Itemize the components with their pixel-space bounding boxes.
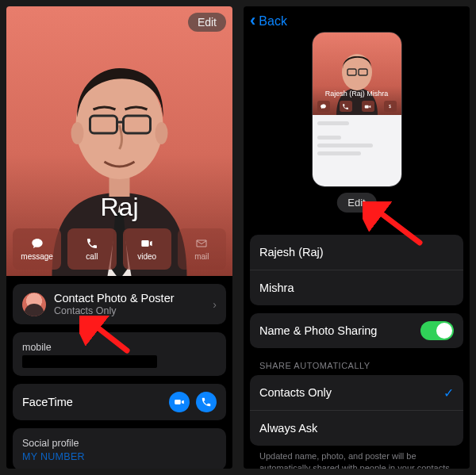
- redacted-number: [22, 355, 157, 368]
- option-always-ask[interactable]: Always Ask: [250, 410, 463, 446]
- action-buttons: message call video mail: [13, 228, 226, 270]
- mail-icon: [194, 237, 209, 250]
- contact-card-screen: Edit Raj message call video mail: [6, 6, 232, 469]
- last-name-field[interactable]: Mishra: [250, 270, 463, 305]
- name-photo-sharing-cell: Name & Photo Sharing: [250, 313, 463, 348]
- first-name-field[interactable]: Rajesh (Raj): [250, 235, 463, 270]
- back-button[interactable]: ‹ Back: [250, 13, 287, 30]
- chevron-right-icon: ›: [213, 298, 217, 311]
- edit-poster-button[interactable]: Edit: [336, 193, 376, 213]
- phone-icon: [84, 237, 100, 250]
- option-ask-label: Always Ask: [259, 422, 317, 435]
- photo-poster-subtitle: Contacts Only: [54, 305, 175, 316]
- message-label: message: [21, 252, 53, 261]
- phone-cell-group: mobile: [13, 332, 226, 376]
- preview-card-body: [313, 115, 401, 186]
- preview-poster: Rajesh (Raj) Mishra $: [313, 33, 401, 115]
- share-auto-header: Share Automatically: [259, 361, 454, 370]
- option-contacts-only[interactable]: Contacts Only ✓: [250, 375, 463, 410]
- last-name-value: Mishra: [259, 282, 294, 294]
- contact-photo-poster-cell[interactable]: Contact Photo & Poster Contacts Only ›: [13, 284, 226, 324]
- preview-phone-icon: [340, 101, 352, 112]
- message-button[interactable]: message: [13, 228, 61, 270]
- share-footer: Updated name, photo, and poster will be …: [259, 450, 454, 469]
- avatar-thumb: [22, 293, 46, 316]
- sharing-label: Name & Photo Sharing: [259, 324, 377, 337]
- facetime-cell-group: FaceTime: [13, 384, 226, 420]
- contact-poster: Edit Raj message call video mail: [6, 6, 232, 276]
- preview-action-icons: $: [317, 101, 397, 112]
- call-button[interactable]: call: [67, 228, 116, 270]
- contact-name: Raj: [6, 193, 232, 222]
- sharing-toggle-group: Name & Photo Sharing: [250, 313, 463, 348]
- svg-point-3: [155, 122, 168, 144]
- back-label: Back: [259, 14, 287, 29]
- photo-poster-title: Contact Photo & Poster: [54, 292, 175, 305]
- preview-name: Rajesh (Raj) Mishra: [313, 90, 401, 98]
- call-label: call: [86, 252, 98, 261]
- first-name-value: Rajesh (Raj): [259, 246, 324, 259]
- preview-message-icon: [317, 101, 330, 112]
- facetime-audio-button[interactable]: [196, 392, 217, 412]
- preview-pay-icon: $: [384, 101, 397, 112]
- sharing-toggle[interactable]: [420, 321, 454, 340]
- chevron-left-icon: ‹: [250, 12, 255, 29]
- social-profile-cell[interactable]: Social profile MY NUMBER: [13, 428, 226, 469]
- social-cell-group: Social profile MY NUMBER: [13, 428, 226, 469]
- poster-preview[interactable]: Rajesh (Raj) Mishra $: [312, 32, 402, 187]
- option-contacts-label: Contacts Only: [259, 386, 332, 399]
- share-auto-group: Contacts Only ✓ Always Ask: [250, 375, 463, 446]
- facetime-video-button[interactable]: [169, 392, 190, 412]
- photo-poster-cell-group: Contact Photo & Poster Contacts Only ›: [13, 284, 226, 324]
- preview-video-icon: [362, 101, 374, 112]
- edit-button[interactable]: Edit: [188, 13, 226, 32]
- video-label: video: [137, 252, 156, 261]
- photo-sharing-screen: ‹ Back Rajesh (Raj) Mishra: [244, 6, 470, 469]
- facetime-cell[interactable]: FaceTime: [13, 384, 226, 420]
- social-label: Social profile: [22, 438, 79, 449]
- mobile-cell[interactable]: mobile: [13, 332, 226, 376]
- checkmark-icon: ✓: [443, 385, 454, 400]
- facetime-label: FaceTime: [22, 396, 73, 408]
- mobile-label: mobile: [22, 342, 52, 353]
- svg-text:$: $: [389, 104, 391, 109]
- video-button[interactable]: video: [123, 228, 171, 270]
- name-fields-group: Rajesh (Raj) Mishra: [250, 235, 463, 305]
- message-icon: [29, 237, 45, 250]
- video-icon: [139, 237, 155, 250]
- mail-button: mail: [178, 228, 226, 270]
- my-number-link[interactable]: MY NUMBER: [22, 451, 217, 462]
- mail-label: mail: [194, 252, 209, 261]
- svg-point-2: [71, 122, 84, 144]
